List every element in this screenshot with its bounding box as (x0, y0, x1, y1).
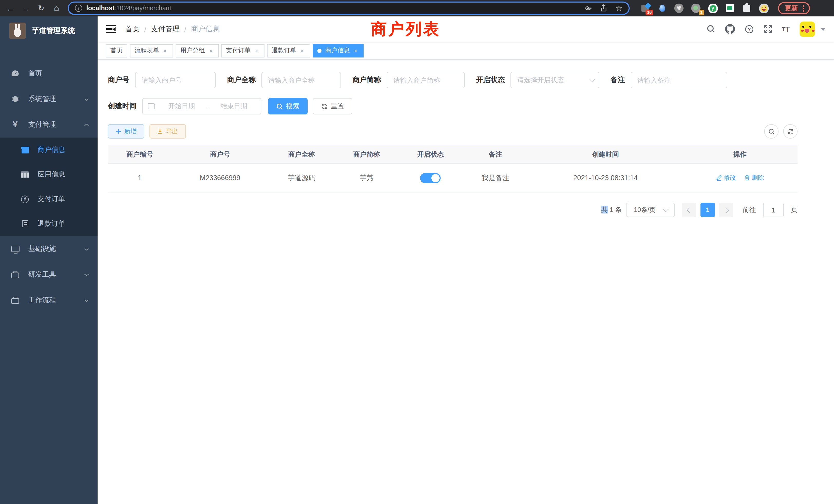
sidebar-item-label: 退款订单 (38, 219, 65, 228)
browser-toolbar: ← → ↻ ⌂ i localhost:1024/pay/merchant ☆ … (0, 0, 834, 17)
next-page-button[interactable] (719, 203, 733, 217)
sidebar-item-pay[interactable]: ¥ 支付管理 (0, 112, 97, 138)
help-icon[interactable]: ? (744, 24, 754, 33)
add-button[interactable]: 新增 (108, 124, 144, 139)
cell-full-name: 芋道源码 (268, 163, 334, 192)
delete-link-label: 删除 (752, 174, 764, 182)
browser-reload-icon[interactable]: ↻ (35, 2, 47, 14)
tab-home[interactable]: 首页 (106, 44, 127, 57)
extension-balloon-icon[interactable] (657, 3, 667, 13)
tab-merchant-info[interactable]: 商户信息× (313, 44, 364, 57)
font-size-icon[interactable]: TT (782, 25, 790, 33)
refresh-table-icon[interactable] (783, 124, 797, 139)
sidebar-item-workflow[interactable]: 工作流程 (0, 288, 97, 313)
remark-label: 备注 (611, 75, 625, 85)
sidebar-item-label: 首页 (28, 69, 42, 78)
show-search-toggle-icon[interactable] (764, 124, 778, 139)
share-icon[interactable] (599, 4, 607, 12)
tab-refund-order[interactable]: 退款订单× (267, 44, 310, 57)
col-short-name: 商户简称 (334, 145, 398, 163)
status-select-placeholder: 请选择开启状态 (517, 75, 564, 85)
cell-merchant-id: 1 (108, 163, 172, 192)
date-range-picker[interactable]: 开始日期 - 结束日期 (142, 98, 261, 114)
remark-input[interactable] (631, 72, 727, 88)
chrome-update-button[interactable]: 更新 (778, 2, 810, 14)
sidebar-item-infra[interactable]: 基础设施 (0, 236, 97, 262)
sidebar-item-label: 商户信息 (38, 145, 65, 155)
goto-page-input[interactable] (763, 203, 784, 217)
extension-tiles-icon[interactable]: 10 (640, 3, 650, 13)
close-icon[interactable]: × (207, 47, 214, 54)
sidebar-item-label: 工作流程 (28, 296, 56, 305)
reset-button[interactable]: 重置 (313, 98, 352, 114)
sidebar-item-merchant-info[interactable]: 商户信息 (0, 138, 97, 162)
annotation-title: 商户列表 (371, 19, 441, 40)
col-actions: 操作 (682, 145, 797, 163)
tab-pay-order[interactable]: 支付订单× (221, 44, 264, 57)
cell-merchant-no: M233666999 (172, 163, 269, 192)
password-key-icon[interactable] (583, 4, 591, 12)
grid-icon (21, 171, 29, 178)
close-icon[interactable]: × (162, 47, 169, 54)
browser-home-icon[interactable]: ⌂ (50, 2, 63, 14)
sidebar-item-refund-order[interactable]: 退款订单 (0, 211, 97, 236)
sidebar-item-pay-order[interactable]: ¥ 支付订单 (0, 187, 97, 211)
col-merchant-id: 商户编号 (108, 145, 172, 163)
delete-link[interactable]: 删除 (744, 174, 764, 182)
page-unit-label: 页 (791, 205, 797, 214)
sidebar-collapse-icon[interactable] (106, 25, 116, 33)
fullscreen-icon[interactable] (763, 25, 772, 33)
tab-label: 商户信息 (325, 46, 350, 55)
search-icon[interactable] (706, 25, 715, 33)
cell-remark: 我是备注 (462, 163, 528, 192)
extension-command-icon[interactable]: ⌘ (674, 3, 684, 13)
short-name-label: 商户简称 (352, 75, 381, 85)
update-label: 更新 (785, 4, 798, 13)
extension-y-icon[interactable]: y (708, 3, 718, 13)
search-button[interactable]: 搜索 (268, 98, 308, 114)
sidebar-item-system[interactable]: 系统管理 (0, 86, 97, 112)
bookmark-star-icon[interactable]: ☆ (615, 4, 622, 13)
status-toggle[interactable] (420, 173, 441, 183)
browser-forward-icon[interactable]: → (20, 2, 32, 14)
short-name-input[interactable] (387, 72, 465, 88)
merchant-no-input[interactable] (135, 72, 216, 88)
breadcrumb-pay[interactable]: 支付管理 (151, 24, 180, 33)
address-bar[interactable]: i localhost:1024/pay/merchant ☆ (68, 2, 630, 15)
chevron-left-icon (687, 207, 692, 212)
extension-status-icon[interactable]: 1 (691, 3, 701, 13)
breadcrumb-home[interactable]: 首页 (125, 24, 140, 33)
col-created-at: 创建时间 (529, 145, 682, 163)
monitor-icon (11, 246, 20, 252)
close-icon[interactable]: × (253, 47, 260, 54)
browser-back-icon[interactable]: ← (4, 2, 17, 14)
user-avatar[interactable] (799, 21, 815, 37)
export-button[interactable]: 导出 (150, 124, 186, 139)
full-name-input[interactable] (261, 72, 341, 88)
chevron-down-icon (663, 206, 668, 212)
col-merchant-no: 商户号 (172, 145, 269, 163)
user-menu-caret-icon[interactable] (821, 27, 826, 30)
status-select[interactable]: 请选择开启状态 (510, 72, 599, 88)
github-icon[interactable] (725, 24, 734, 34)
site-info-icon[interactable]: i (75, 5, 82, 12)
sidebar-item-home[interactable]: 首页 (0, 61, 97, 86)
edit-link[interactable]: 修改 (716, 174, 736, 182)
extensions-puzzle-icon[interactable] (742, 3, 752, 13)
tab-process-form[interactable]: 流程表单× (130, 44, 173, 57)
sidebar-item-devtools[interactable]: 研发工具 (0, 262, 97, 288)
profile-emoji-icon[interactable] (759, 3, 769, 13)
close-icon[interactable]: × (299, 47, 306, 54)
tab-user-group[interactable]: 用户分组× (176, 44, 219, 57)
close-icon[interactable]: × (352, 47, 359, 54)
full-name-label: 商户全称 (227, 75, 256, 85)
browser-menu-icon[interactable] (803, 5, 804, 12)
page-1-button[interactable]: 1 (701, 203, 715, 217)
extension-chat-icon[interactable] (725, 3, 735, 13)
sidebar-item-app-info[interactable]: 应用信息 (0, 162, 97, 187)
sidebar: 芋道管理系统 首页 系统管理 ¥ 支付管 (0, 17, 97, 504)
app-logo-row[interactable]: 芋道管理系统 (0, 17, 97, 45)
page-size-select[interactable]: 10条/页 (626, 203, 675, 217)
yen-icon: ¥ (11, 120, 20, 130)
prev-page-button[interactable] (682, 203, 696, 217)
